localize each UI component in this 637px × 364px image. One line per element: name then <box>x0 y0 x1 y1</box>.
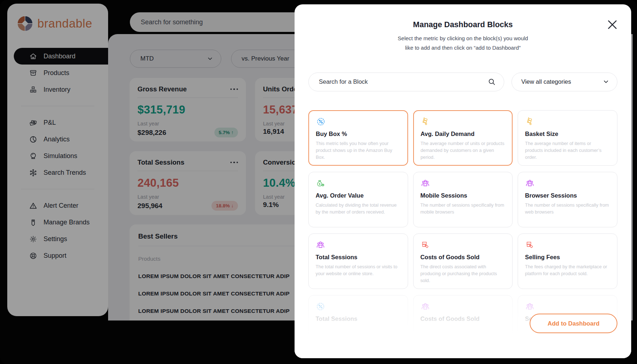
users-icon <box>525 178 535 188</box>
block-title: Browser Sessions <box>525 192 610 199</box>
chevron-down-icon <box>602 78 610 86</box>
block-title: Avg. Order Value <box>316 192 401 199</box>
block-title: Selling Fees <box>525 254 610 261</box>
add-to-dashboard-button[interactable]: Add to Dashboard <box>530 314 617 333</box>
metric-block-basket-size[interactable]: Basket Size The average number of items … <box>518 110 617 166</box>
block-title: Avg. Daily Demand <box>420 131 505 137</box>
users-icon <box>420 178 430 188</box>
block-title: Total Sessions <box>316 315 401 322</box>
block-title: Total Sessions <box>316 254 401 261</box>
modal-subtitle-line1: Select the metric by clicking on the blo… <box>398 35 528 41</box>
metric-block-avg-order-value[interactable]: Avg. Order Value Calculated by dividing … <box>308 172 408 227</box>
modal-title: Manage Dashboard Blocks <box>295 20 631 29</box>
block-description: The fees charged by the marketplace or p… <box>525 263 610 277</box>
block-description: Calculated by dividing the total revenue… <box>316 202 401 215</box>
block-description: The direct costs associated with produci… <box>420 263 506 284</box>
metric-block-faded: Total Sessions <box>308 295 408 351</box>
percent-badge-icon <box>316 302 325 311</box>
metric-block-costs-of-goods-sold[interactable]: Costs of Goods Sold The direct costs ass… <box>413 233 513 289</box>
metric-block-faded: Costs of Goods Sold <box>413 295 513 351</box>
category-filter-value: View all categories <box>521 78 571 85</box>
metric-block-browser-sessions[interactable]: Browser Sessions The number of sessions … <box>518 172 617 227</box>
block-description: The total number of sessions or visits t… <box>316 263 401 277</box>
app-window: brandable Dashboard Products Inventory P… <box>0 0 637 364</box>
block-title: Mobile Sessions <box>420 192 506 199</box>
block-search-input[interactable] <box>318 78 488 86</box>
block-description: The number of sessions specifically from… <box>525 202 610 215</box>
block-description: The number of sessions specifically from… <box>420 202 506 215</box>
users-icon <box>316 240 325 250</box>
category-filter-dropdown[interactable]: View all categories <box>511 73 617 91</box>
hand-truck-icon <box>525 117 535 127</box>
modal-subtitle-line2: like to add and then click on “add to Da… <box>405 45 521 51</box>
users-icon <box>525 302 535 311</box>
search-icon <box>488 78 496 86</box>
block-title: Costs of Goods Sold <box>420 315 506 322</box>
metric-block-mobile-sessions[interactable]: Mobile Sessions The number of sessions s… <box>413 172 513 227</box>
metric-block-buy-box[interactable]: Buy Box % This metric tells you how ofte… <box>308 110 408 166</box>
hand-truck-icon <box>420 117 430 127</box>
block-search <box>308 73 504 91</box>
users-icon <box>420 302 430 311</box>
block-title: Costs of Goods Sold <box>420 254 506 261</box>
close-icon[interactable] <box>606 18 619 31</box>
percent-badge-icon <box>316 117 326 127</box>
store-tag-icon <box>525 240 535 250</box>
block-title: Basket Size <box>525 131 610 137</box>
metric-block-total-sessions[interactable]: Total Sessions The total number of sessi… <box>308 233 408 289</box>
manage-blocks-modal: Manage Dashboard Blocks Select the metri… <box>295 4 631 358</box>
block-title: Buy Box % <box>316 131 401 137</box>
block-description: The average number of units or products … <box>420 140 505 161</box>
modal-subtitle: Select the metric by clicking on the blo… <box>295 34 631 53</box>
store-tag-icon <box>420 240 430 250</box>
block-description: This metric tells you how often your pro… <box>316 140 401 161</box>
metric-block-selling-fees[interactable]: Selling Fees The fees charged by the mar… <box>518 233 617 289</box>
block-description: The average number of items or products … <box>525 140 610 161</box>
metric-block-avg-daily-demand[interactable]: Avg. Daily Demand The average number of … <box>413 110 513 166</box>
money-bag-icon <box>316 178 325 188</box>
